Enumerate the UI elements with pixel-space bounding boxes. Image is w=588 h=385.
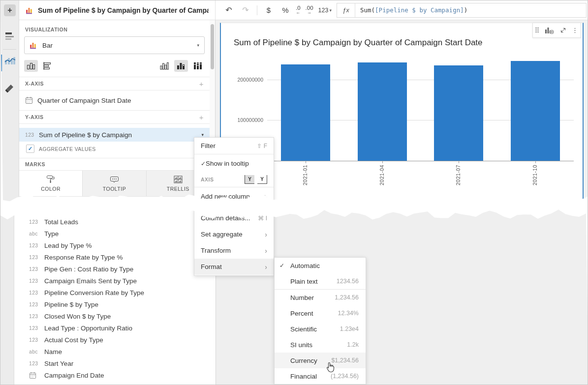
list-item[interactable]: 123Actual Cost by Type: [14, 334, 216, 346]
check-icon: ✓: [201, 160, 206, 167]
toolbar-divider: [257, 5, 257, 15]
tab-tooltip[interactable]: TOOLTIP: [82, 171, 146, 196]
left-rail: +: [0, 0, 19, 207]
explore-chart-icon[interactable]: [544, 26, 554, 34]
number-type-icon: 123: [29, 337, 41, 343]
format-brush-icon[interactable]: [4, 83, 15, 93]
list-item[interactable]: 123Campaign Emails Sent by Type: [14, 275, 216, 287]
formula-bar[interactable]: ƒx Sum([Pipeline $ by Campaign]): [337, 3, 587, 18]
bar-2021-04[interactable]: [358, 62, 407, 161]
add-element-button[interactable]: +: [4, 4, 16, 16]
percent-format-button[interactable]: %: [279, 4, 292, 17]
x-axis-section-header: X-AXIS +: [19, 77, 210, 90]
stacked-100-bar-icon[interactable]: [191, 60, 205, 72]
menu-item-format[interactable]: Format›: [194, 259, 274, 275]
list-item[interactable]: 123Response Rate by Type %: [14, 251, 216, 263]
bar-2021-10[interactable]: [511, 61, 560, 161]
x-axis-tick: [306, 161, 306, 163]
format-option-automatic[interactable]: ✓Automatic: [275, 258, 366, 273]
list-item[interactable]: Campaign End Date: [14, 369, 216, 381]
number-type-icon: 123: [29, 266, 41, 272]
check-icon: ✓: [279, 262, 290, 269]
x-axis-label: 2021-04: [379, 165, 386, 196]
left-axis-toggle[interactable]: Y: [245, 175, 254, 184]
format-option-number[interactable]: Number1,234.56: [275, 290, 366, 305]
field-menu-caret-icon[interactable]: ▾: [201, 132, 204, 137]
text-type-icon: abc: [29, 349, 41, 355]
app-window: + Sum of Pipeline $ by Campaign by Quart…: [0, 0, 588, 385]
format-option-plain-text[interactable]: Plain text1234.56: [275, 273, 366, 290]
format-sample: 12.34%: [338, 310, 359, 317]
rail-divider: [3, 49, 16, 50]
add-y-axis-icon[interactable]: +: [199, 113, 204, 121]
horizontal-bar-icon[interactable]: [41, 60, 55, 72]
field-label: Type: [44, 230, 59, 237]
x-axis-field[interactable]: Quarter of Campaign Start Date: [19, 90, 210, 110]
increase-decimal-button[interactable]: .00→: [306, 5, 313, 15]
chart-plot-area[interactable]: 1000000002000000002021-012021-042021-072…: [267, 55, 574, 161]
right-axis-toggle[interactable]: Y: [257, 175, 267, 184]
top-section: + Sum of Pipeline $ by Campaign by Quart…: [0, 0, 588, 207]
decrease-decimal-button[interactable]: .0←: [296, 5, 301, 15]
number-format-dropdown[interactable]: 123▾: [318, 7, 332, 14]
rail-active-indicator: [0, 55, 2, 71]
currency-format-button[interactable]: $: [262, 4, 275, 17]
redo-button[interactable]: ↷: [239, 4, 252, 17]
chart-type-value: Bar: [42, 42, 192, 49]
formula-text[interactable]: Sum([Pipeline $ by Campaign]): [355, 6, 467, 14]
list-item[interactable]: abcStatus: [14, 381, 216, 385]
format-option-currency[interactable]: Currency$1,234.56: [275, 353, 366, 368]
scrollbar-thumb[interactable]: [211, 24, 214, 69]
grouped-bar-icon[interactable]: [157, 60, 171, 72]
bar-2021-07[interactable]: [434, 65, 483, 161]
bar-chart-icon[interactable]: [174, 60, 188, 72]
field-label: Closed Won $ by Type: [44, 313, 111, 320]
format-sample: $1,234.56: [331, 357, 359, 364]
bottom-section: 123Total LeadsabcType123Lead by Type %12…: [0, 208, 588, 385]
list-item[interactable]: 123Start Year: [14, 357, 216, 369]
list-item[interactable]: abcName: [14, 346, 216, 357]
layers-icon[interactable]: [4, 32, 15, 41]
number-type-icon: 123: [29, 254, 41, 260]
list-item[interactable]: 123Closed Won $ by Type: [14, 310, 216, 322]
format-option-scientific[interactable]: Scientific1.23e4: [275, 321, 366, 337]
menu-item-add-new-column[interactable]: Add new column +: [194, 187, 274, 205]
add-x-axis-icon[interactable]: +: [199, 80, 204, 88]
format-option-si-units[interactable]: SI units1.2k: [275, 337, 366, 353]
list-item[interactable]: abcType: [14, 228, 216, 239]
tab-color[interactable]: COLOR: [19, 171, 82, 196]
expand-icon[interactable]: [559, 27, 567, 34]
menu-item-transform[interactable]: Transform›: [194, 242, 274, 259]
vertical-bar-icon[interactable]: [24, 60, 38, 72]
chart-widget[interactable]: ⋮ Sum of Pipeline $ by Campaign by Quart…: [220, 23, 584, 207]
more-menu-icon[interactable]: ⋮: [572, 27, 578, 34]
list-item[interactable]: 123Lead by Type %: [14, 239, 216, 251]
chevron-right-icon: ›: [265, 247, 267, 255]
menu-item-column-details[interactable]: Column details...⌘ I: [194, 210, 274, 226]
list-item[interactable]: 123Lead Type : Opportunity Ratio: [14, 322, 216, 334]
list-item[interactable]: 123Pipe Gen : Cost Ratio by Type: [14, 263, 216, 275]
text-type-icon: abc: [29, 231, 41, 237]
caret-down-icon: ▾: [329, 8, 332, 13]
visualization-icon[interactable]: [4, 55, 16, 65]
list-item[interactable]: 123Pipeline Conversion Rate by Type: [14, 287, 216, 298]
format-option-financial[interactable]: Financial(1,234.56): [275, 368, 366, 384]
aggregate-values-row[interactable]: ✓ AGGREGATE VALUES: [19, 142, 210, 158]
number-type-icon: 123: [29, 278, 41, 284]
undo-button[interactable]: ↶: [222, 4, 235, 17]
drag-handle-icon[interactable]: [535, 28, 539, 33]
menu-item-show-in-tooltip[interactable]: ✓Show in tooltip: [194, 154, 274, 172]
aggregate-checkbox[interactable]: ✓: [26, 145, 34, 153]
format-option-percent[interactable]: Percent12.34%: [275, 305, 366, 321]
y-axis-field-selected[interactable]: 123 Sum of Pipeline $ by Campaign ▾: [19, 128, 210, 142]
bar-2021-01[interactable]: [281, 64, 330, 161]
field-label: Start Year: [44, 360, 73, 367]
chart-type-select[interactable]: Bar ▾: [24, 36, 205, 54]
field-label: Lead by Type %: [44, 242, 92, 249]
list-item[interactable]: 123Total Leads: [14, 216, 216, 228]
menu-item-filter[interactable]: Filter ⇧ F: [194, 138, 274, 154]
viz-type-icon: [26, 6, 33, 14]
menu-item-set-aggregate[interactable]: Set aggregate›: [194, 226, 274, 242]
field-label: Lead Type : Opportunity Ratio: [44, 325, 132, 332]
list-item[interactable]: 123Pipeline $ by Type: [14, 298, 216, 310]
